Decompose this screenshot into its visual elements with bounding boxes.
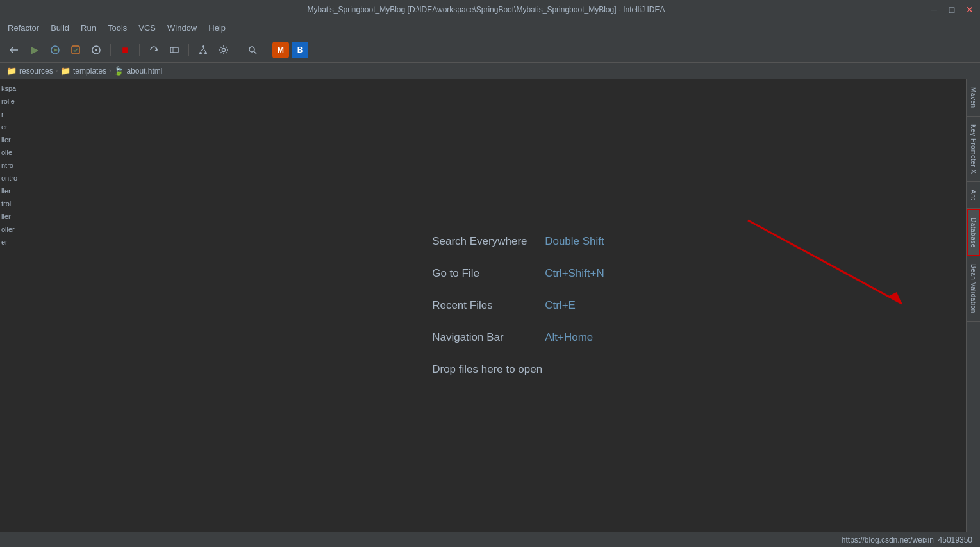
title-bar-controls: ─ □ ✕: [929, 4, 975, 15]
svg-point-8: [202, 45, 204, 48]
breadcrumb: 📁 resources › 📁 templates › 🍃 about.html: [0, 63, 980, 79]
close-button[interactable]: ✕: [965, 4, 975, 15]
toolbar-debug-button[interactable]: [46, 41, 64, 59]
menu-item-window[interactable]: Window: [162, 22, 202, 34]
title-bar-title: Mybatis_Springboot_MyBlog [D:\IDEAworksp…: [44, 5, 929, 14]
toolbar-sdk-button[interactable]: [165, 41, 183, 59]
menu-item-help[interactable]: Help: [203, 22, 231, 34]
toolbar-sep-4: [238, 44, 238, 56]
recent-files-label: Recent Files: [432, 299, 535, 312]
menu-item-run[interactable]: Run: [76, 22, 101, 34]
breadcrumb-resources[interactable]: 📁 resources: [6, 66, 53, 76]
right-sidebar: Maven Key Promoter X Ant Database Bean V…: [966, 79, 980, 532]
menu-item-build[interactable]: Build: [46, 22, 74, 34]
templates-folder-icon: 📁: [60, 66, 71, 76]
sidebar-item[interactable]: kspa: [1, 82, 17, 95]
editor-area: Search Everywhere Double Shift Go to Fil…: [19, 79, 966, 532]
toolbar-vcs-button[interactable]: [194, 41, 212, 59]
sidebar-tab-key-promoter[interactable]: Key Promoter X: [967, 117, 980, 183]
breadcrumb-templates-label: templates: [73, 67, 106, 76]
sidebar-item[interactable]: olle: [1, 146, 17, 159]
key-promoter-tab-label: Key Promoter X: [970, 124, 977, 174]
toolbar-special-1[interactable]: M: [272, 42, 289, 58]
about-html-file-icon: 🍃: [113, 66, 124, 76]
breadcrumb-resources-label: resources: [19, 67, 53, 76]
breadcrumb-sep-2: ›: [109, 67, 111, 74]
toolbar-profile-button[interactable]: [87, 41, 105, 59]
goto-file-label: Go to File: [432, 267, 535, 280]
svg-line-12: [203, 48, 206, 52]
toolbar-back-button[interactable]: [5, 41, 23, 59]
toolbar-sep-1: [110, 44, 111, 56]
breadcrumb-templates[interactable]: 📁 templates: [60, 66, 106, 76]
welcome-row-goto-file: Go to File Ctrl+Shift+N: [432, 267, 604, 280]
maximize-button[interactable]: □: [947, 4, 957, 15]
sidebar-item[interactable]: ller: [1, 210, 17, 223]
left-sidebar: kspa rolle r er ller olle ntro ontro lle…: [0, 79, 19, 532]
svg-point-5: [95, 49, 97, 51]
svg-line-16: [748, 220, 902, 304]
welcome-row-drop-files: Drop files here to open: [432, 363, 604, 376]
sidebar-item[interactable]: rolle: [1, 95, 17, 108]
sidebar-item[interactable]: ller: [1, 184, 17, 197]
sidebar-item[interactable]: ller: [1, 133, 17, 146]
sidebar-item[interactable]: ntro: [1, 159, 17, 172]
nav-bar-shortcut[interactable]: Alt+Home: [545, 331, 593, 344]
title-bar: Mybatis_Springboot_MyBlog [D:\IDEAworksp…: [0, 0, 980, 19]
toolbar: ▶ ■ M B: [0, 37, 980, 63]
sidebar-item[interactable]: er: [1, 236, 17, 249]
toolbar-settings-button[interactable]: [215, 41, 233, 59]
status-bar: https://blog.csdn.net/weixin_45019350: [0, 532, 980, 547]
svg-point-9: [199, 52, 202, 54]
welcome-row-recent-files: Recent Files Ctrl+E: [432, 299, 604, 312]
goto-file-shortcut[interactable]: Ctrl+Shift+N: [545, 267, 604, 280]
database-tab-label: Database: [970, 218, 977, 248]
sidebar-tab-ant[interactable]: Ant: [967, 182, 980, 209]
toolbar-run-button[interactable]: ▶: [26, 41, 44, 59]
sidebar-item[interactable]: er: [1, 120, 17, 133]
welcome-content: Search Everywhere Double Shift Go to Fil…: [432, 235, 604, 376]
toolbar-coverage-button[interactable]: [67, 41, 85, 59]
welcome-row-search: Search Everywhere Double Shift: [432, 235, 604, 248]
welcome-row-nav-bar: Navigation Bar Alt+Home: [432, 331, 604, 344]
sidebar-item[interactable]: ontro: [1, 172, 17, 184]
status-bar-url[interactable]: https://blog.csdn.net/weixin_45019350: [842, 535, 972, 544]
sidebar-item[interactable]: oller: [1, 223, 17, 236]
breadcrumb-about-html[interactable]: 🍃 about.html: [113, 66, 162, 76]
resources-folder-icon: 📁: [6, 66, 17, 76]
sidebar-tab-database[interactable]: Database: [967, 209, 980, 257]
toolbar-sep-2: [139, 44, 140, 56]
svg-point-13: [222, 48, 226, 51]
search-everywhere-shortcut[interactable]: Double Shift: [545, 235, 604, 248]
drop-files-label: Drop files here to open: [432, 363, 542, 376]
recent-files-shortcut[interactable]: Ctrl+E: [545, 299, 576, 312]
main-layout: kspa rolle r er ller olle ntro ontro lle…: [0, 79, 980, 532]
toolbar-sep-5: [267, 44, 267, 56]
search-everywhere-label: Search Everywhere: [432, 235, 535, 248]
red-arrow: [735, 208, 915, 325]
menu-item-vcs[interactable]: VCS: [133, 22, 161, 34]
bean-validation-tab-label: Bean Validation: [970, 264, 977, 313]
toolbar-special-2[interactable]: B: [292, 42, 308, 58]
breadcrumb-sep-1: ›: [56, 67, 58, 74]
sidebar-item[interactable]: r: [1, 108, 17, 120]
sidebar-item[interactable]: troll: [1, 197, 17, 210]
toolbar-sep-3: [188, 44, 189, 56]
toolbar-search-button[interactable]: [244, 41, 262, 59]
svg-point-10: [204, 52, 207, 54]
maven-tab-label: Maven: [970, 87, 977, 108]
sidebar-tab-maven[interactable]: Maven: [967, 79, 980, 117]
toolbar-update-button[interactable]: [145, 41, 163, 59]
menu-item-refactor[interactable]: Refactor: [3, 22, 44, 34]
svg-marker-2: [54, 48, 58, 52]
minimize-button[interactable]: ─: [929, 4, 939, 15]
nav-bar-label: Navigation Bar: [432, 331, 535, 344]
toolbar-stop-button[interactable]: ■: [116, 41, 134, 59]
breadcrumb-about-html-label: about.html: [126, 67, 162, 76]
svg-rect-6: [170, 47, 178, 53]
sidebar-tab-bean-validation[interactable]: Bean Validation: [967, 256, 980, 322]
svg-line-11: [201, 48, 203, 52]
svg-point-14: [249, 47, 254, 52]
menu-item-tools[interactable]: Tools: [103, 22, 132, 34]
left-sidebar-content: kspa rolle r er ller olle ntro ontro lle…: [0, 79, 19, 251]
